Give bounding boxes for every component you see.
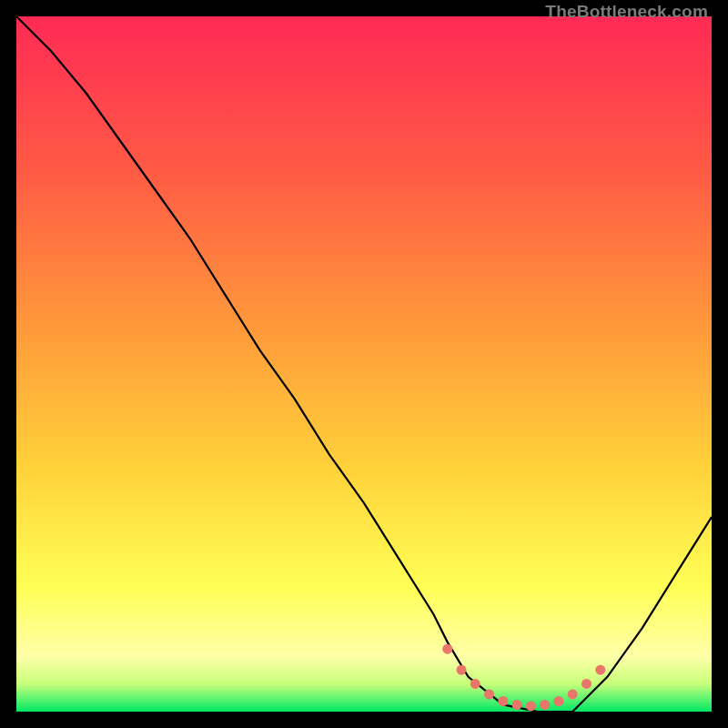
marker-dot [568,689,578,699]
marker-dot [442,644,452,654]
marker-dot [595,665,605,675]
marker-dot [540,700,550,710]
marker-dot [526,701,536,711]
watermark-text: TheBottleneck.com [545,2,708,22]
marker-dot [457,665,467,675]
marker-dot [553,696,563,706]
marker-dot [470,679,480,689]
marker-dot [512,700,522,710]
gradient-background [16,16,712,712]
marker-dot [498,696,508,706]
bottleneck-chart [16,16,712,712]
chart-plot-area [16,16,712,712]
marker-dot [484,689,494,699]
marker-dot [581,679,592,689]
